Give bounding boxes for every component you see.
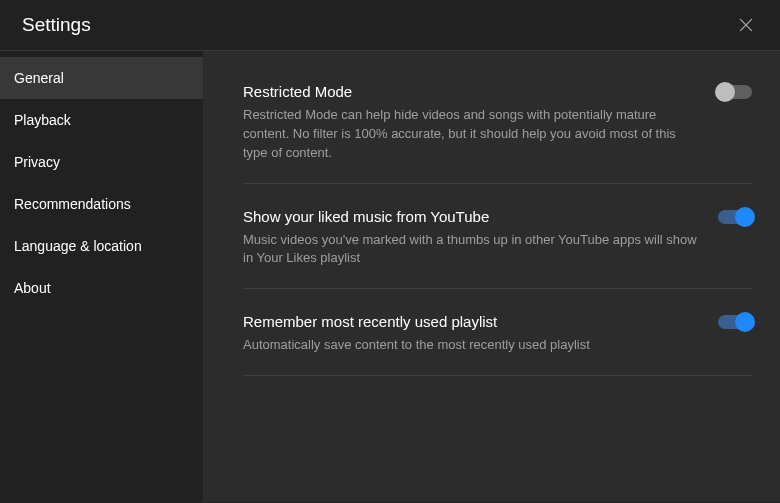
toggle-knob bbox=[735, 312, 755, 332]
sidebar: General Playback Privacy Recommendations… bbox=[0, 51, 203, 502]
setting-text: Show your liked music from YouTube Music… bbox=[243, 208, 698, 269]
toggle-restricted-mode[interactable] bbox=[718, 85, 752, 99]
sidebar-item-privacy[interactable]: Privacy bbox=[0, 141, 203, 183]
sidebar-item-language-location[interactable]: Language & location bbox=[0, 225, 203, 267]
toggle-knob bbox=[715, 82, 735, 102]
setting-description: Music videos you've marked with a thumbs… bbox=[243, 231, 698, 269]
toggle-show-liked-music[interactable] bbox=[718, 210, 752, 224]
sidebar-item-label: General bbox=[14, 70, 64, 86]
setting-remember-playlist: Remember most recently used playlist Aut… bbox=[243, 313, 752, 376]
close-button[interactable] bbox=[734, 13, 758, 37]
setting-text: Remember most recently used playlist Aut… bbox=[243, 313, 698, 355]
toggle-knob bbox=[735, 207, 755, 227]
setting-head: Restricted Mode Restricted Mode can help… bbox=[243, 83, 752, 163]
sidebar-item-label: Privacy bbox=[14, 154, 60, 170]
setting-title: Show your liked music from YouTube bbox=[243, 208, 698, 225]
setting-title: Restricted Mode bbox=[243, 83, 698, 100]
settings-header: Settings bbox=[0, 0, 780, 51]
sidebar-item-label: Recommendations bbox=[14, 196, 131, 212]
settings-body: General Playback Privacy Recommendations… bbox=[0, 51, 780, 502]
sidebar-item-playback[interactable]: Playback bbox=[0, 99, 203, 141]
page-title: Settings bbox=[22, 14, 91, 36]
setting-text: Restricted Mode Restricted Mode can help… bbox=[243, 83, 698, 163]
setting-show-liked-music: Show your liked music from YouTube Music… bbox=[243, 208, 752, 290]
close-icon bbox=[736, 15, 756, 35]
setting-description: Automatically save content to the most r… bbox=[243, 336, 698, 355]
sidebar-item-general[interactable]: General bbox=[0, 57, 203, 99]
setting-title: Remember most recently used playlist bbox=[243, 313, 698, 330]
sidebar-item-label: Playback bbox=[14, 112, 71, 128]
setting-head: Remember most recently used playlist Aut… bbox=[243, 313, 752, 355]
sidebar-item-label: Language & location bbox=[14, 238, 142, 254]
toggle-remember-playlist[interactable] bbox=[718, 315, 752, 329]
sidebar-item-recommendations[interactable]: Recommendations bbox=[0, 183, 203, 225]
setting-description: Restricted Mode can help hide videos and… bbox=[243, 106, 698, 163]
sidebar-item-label: About bbox=[14, 280, 51, 296]
setting-restricted-mode: Restricted Mode Restricted Mode can help… bbox=[243, 83, 752, 184]
setting-head: Show your liked music from YouTube Music… bbox=[243, 208, 752, 269]
sidebar-item-about[interactable]: About bbox=[0, 267, 203, 309]
settings-content: Restricted Mode Restricted Mode can help… bbox=[203, 51, 780, 502]
